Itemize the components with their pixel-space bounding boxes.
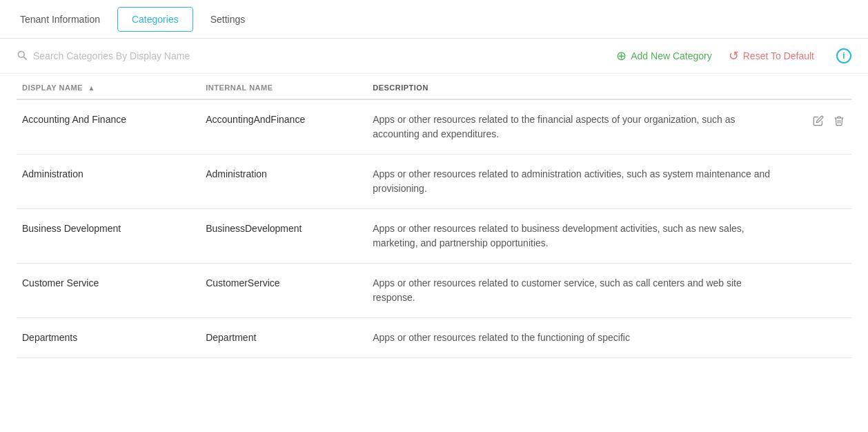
cell-internal-name: CustomerService [200,264,367,318]
col-header-display-name[interactable]: DISPLAY NAME ▲ [17,74,200,99]
table-row: DepartmentsDepartmentApps or other resou… [17,318,851,358]
table-row: Customer ServiceCustomerServiceApps or o… [17,264,851,318]
tab-tenant-information[interactable]: Tenant Information [6,7,115,32]
reset-icon: ↺ [729,50,739,62]
cell-description: Apps or other resources related to admin… [367,155,785,209]
cell-actions [785,155,851,209]
search-input[interactable] [33,50,293,61]
table-row: Accounting And FinanceAccountingAndFinan… [17,99,851,155]
cell-internal-name: Department [200,318,367,358]
delete-button[interactable] [832,114,846,128]
search-icon [17,50,28,63]
cell-internal-name: AccountingAndFinance [200,99,367,155]
cell-display-name: Administration [17,155,200,209]
cell-internal-name: BusinessDevelopment [200,209,367,264]
toolbar-actions: ⊕ Add New Category ↺ Reset To Default i [616,48,851,63]
cell-actions [785,318,851,358]
cell-description: Apps or other resources related to the f… [367,99,785,155]
cell-description: Apps or other resources related to busin… [367,209,785,264]
edit-icon [813,115,824,126]
tabs-bar: Tenant Information Categories Settings [0,0,868,39]
table-row: AdministrationAdministrationApps or othe… [17,155,851,209]
sort-arrow-icon: ▲ [88,84,95,92]
edit-button[interactable] [811,114,825,128]
col-header-description[interactable]: DESCRIPTION [367,74,785,99]
info-button[interactable]: i [836,48,851,63]
cell-actions [785,209,851,264]
tab-categories[interactable]: Categories [117,7,193,32]
table-row: Business DevelopmentBusinessDevelopmentA… [17,209,851,264]
cell-actions [785,99,851,155]
reset-to-default-button[interactable]: ↺ Reset To Default [729,50,814,62]
svg-point-0 [18,51,24,57]
search-wrap [17,50,293,63]
cell-description: Apps or other resources related to the f… [367,318,785,358]
tab-settings[interactable]: Settings [196,7,260,32]
cell-display-name: Accounting And Finance [17,99,200,155]
reset-label: Reset To Default [743,50,814,61]
cell-description: Apps or other resources related to custo… [367,264,785,318]
delete-icon [834,115,845,126]
add-circle-icon: ⊕ [616,50,627,62]
cell-display-name: Departments [17,318,200,358]
col-header-internal-name[interactable]: INTERNAL NAME [200,74,367,99]
add-label: Add New Category [631,50,712,61]
cell-actions [785,264,851,318]
categories-table: DISPLAY NAME ▲ INTERNAL NAME DESCRIPTION… [17,74,851,358]
toolbar: ⊕ Add New Category ↺ Reset To Default i [0,39,868,74]
cell-display-name: Customer Service [17,264,200,318]
table-header-row: DISPLAY NAME ▲ INTERNAL NAME DESCRIPTION [17,74,851,99]
cell-internal-name: Administration [200,155,367,209]
add-new-category-button[interactable]: ⊕ Add New Category [616,50,712,62]
cell-display-name: Business Development [17,209,200,264]
col-header-actions [785,74,851,99]
row-actions [790,112,846,128]
svg-line-1 [23,57,26,59]
table-container: DISPLAY NAME ▲ INTERNAL NAME DESCRIPTION… [0,74,868,423]
